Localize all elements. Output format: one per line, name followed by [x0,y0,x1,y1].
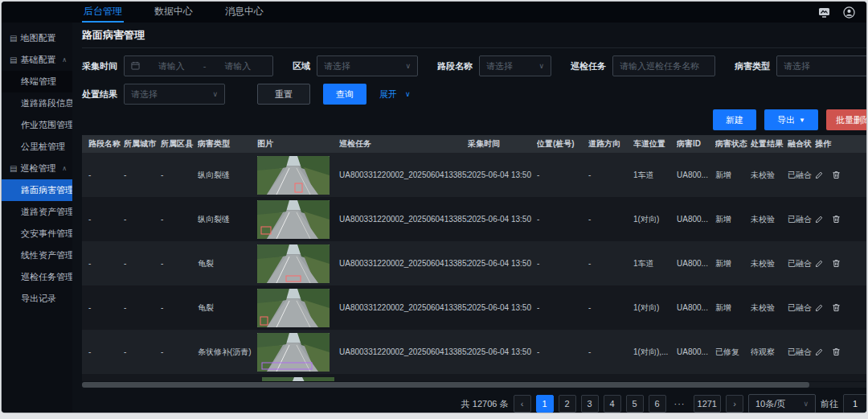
column-header: 位置(桩号) [537,138,588,150]
dispose-result-label: 处置结果 [82,88,117,101]
page-button[interactable]: 5 [626,395,644,413]
sidebar-item[interactable]: 路面病害管理 [2,179,72,201]
table-row-partial [82,374,866,381]
cell-disease-type: 纵向裂缝 [198,214,257,225]
search-button[interactable]: 查询 [323,84,366,105]
sidebar-item[interactable]: 导出记录 [2,288,72,310]
delete-icon[interactable] [832,303,841,312]
cell-disease-type: 条状修补(沥青) [198,347,257,358]
expand-toggle[interactable]: 展开 ∨ [379,88,411,101]
edit-icon[interactable] [815,303,824,312]
page-button[interactable]: 1271 [694,395,721,413]
edit-icon[interactable] [815,259,824,268]
edit-icon[interactable] [815,347,824,356]
cell-collect-time: 2025-06-04 13:50 [468,303,537,312]
reset-button[interactable]: 重置 [257,84,310,105]
sidebar-item[interactable]: 公里桩管理 [2,136,72,158]
region-select[interactable]: 请选择 ∨ [317,55,418,76]
sidebar-item[interactable]: 作业范围管理 [2,114,72,136]
sidebar-item[interactable]: 交安事件管理 [2,223,72,244]
delete-icon[interactable] [832,215,841,224]
sidebar-item[interactable]: ▤地图配置 [2,27,72,49]
column-header: 所属区县 [161,138,198,150]
cell-disease-status: 已修复 [715,347,751,358]
cell-photo [257,244,339,283]
delete-icon[interactable] [832,170,841,179]
document-icon: ▤ [10,55,17,64]
page-button[interactable]: 2 [559,395,576,413]
chevron-up-icon: ∧ [62,165,67,172]
sidebar-item[interactable]: ▤基础配置∧ [2,49,72,71]
create-button[interactable]: 新建 [713,109,756,130]
page-button[interactable]: 4 [604,395,621,413]
chevron-down-icon: ∨ [405,90,411,98]
cell-dispose-result: 未校验 [751,258,788,269]
cell-disease-status: 新增 [715,214,751,225]
sidebar-item[interactable]: 道路路段信息 [2,92,72,114]
road-photo-thumbnail[interactable] [257,244,330,283]
cell-disease-id: UA800... [677,347,715,356]
edit-icon[interactable] [815,170,824,179]
column-header: 所属城市 [124,138,161,150]
main-content: 路面病害管理 采集时间 请输入 - 请输入 [72,23,866,413]
table-row[interactable]: - - - 龟裂 UA800331220002_20250604 [82,241,866,285]
task-name-input[interactable]: 请输入巡检任务名称 [612,55,715,76]
cell-city: - [124,215,161,224]
cell-county: - [161,215,198,224]
page-button[interactable]: 1 [536,395,554,413]
delete-icon[interactable] [832,259,841,268]
sidebar-item[interactable]: ▤巡检管理∧ [2,158,72,179]
top-tab-2[interactable]: 数据中心 [153,2,194,23]
calendar-icon [131,61,140,72]
date-start-placeholder: 请输入 [143,60,200,72]
pagination-ellipsis[interactable]: ··· [671,395,689,413]
cell-disease-type: 龟裂 [198,302,257,314]
cell-county: - [161,347,198,356]
export-button[interactable]: 导出 ▼ [764,109,818,130]
horizontal-scrollbar-thumb[interactable] [82,382,809,388]
collect-time-range-input[interactable]: 请输入 - 请输入 [124,55,273,76]
cell-dispose-result: 未校验 [751,214,788,225]
goto-label: 前往 [821,398,838,410]
cell-lane-position: 1车道 [633,170,677,181]
disease-type-select[interactable]: 请选择 ∨ [776,55,866,76]
top-tab-3[interactable]: 消息中心 [223,2,265,23]
sidebar-item[interactable]: 终端管理 [2,71,72,92]
delete-icon[interactable] [832,347,841,356]
sidebar-item[interactable]: 线性资产管理 [2,244,72,266]
road-photo-thumbnail[interactable] [257,156,330,195]
table-row[interactable]: - - - 纵向裂缝 UA800331220002_202506 [82,197,866,241]
cell-disease-id: UA800... [677,259,715,268]
collect-time-label: 采集时间 [82,60,117,72]
edit-icon[interactable] [815,215,824,224]
chevron-down-icon: ∨ [212,90,218,98]
cell-operations [815,215,854,224]
batch-delete-button[interactable]: 批量删除 [826,109,866,130]
table-row[interactable]: - - - 纵向裂缝 UA800331220002_202506 [82,153,866,197]
road-photo-thumbnail[interactable] [257,289,330,327]
screen-monitor-icon[interactable] [818,7,830,18]
cell-city: - [124,303,161,312]
road-name-select[interactable]: 请选择 ∨ [479,55,551,76]
page-button[interactable]: 3 [581,395,599,413]
road-photo-thumbnail[interactable] [257,200,330,239]
goto-page-input[interactable] [843,394,866,413]
page-button[interactable]: 6 [649,395,666,413]
cell-fusion-status: 已融合 [788,302,815,314]
dispose-result-select[interactable]: 请选择 ∨ [124,84,225,105]
sidebar-item[interactable]: 道路资产管理 [2,201,72,223]
next-page-button[interactable]: › [726,395,743,413]
topbar: 后台管理数据中心消息中心 [2,2,866,23]
cell-operations [815,259,854,268]
top-tab-1[interactable]: 后台管理 [82,2,124,23]
sidebar-item[interactable]: 巡检任务管理 [2,266,72,288]
table-row[interactable]: - - - 条状修补(沥青) UA800331220002_20 [82,330,866,374]
page-size-select[interactable]: 10条/页 ∨ [748,394,816,413]
cell-collect-time: 2025-06-04 13:50 [468,259,537,268]
cell-fusion-status: 已融合 [788,170,815,181]
user-avatar-icon[interactable] [843,6,855,18]
cell-stake-number: - [537,215,588,224]
prev-page-button[interactable]: ‹ [514,395,531,413]
table-row[interactable]: - - - 龟裂 UA800331220002_20250604 [82,285,866,330]
road-photo-thumbnail[interactable] [257,333,330,372]
